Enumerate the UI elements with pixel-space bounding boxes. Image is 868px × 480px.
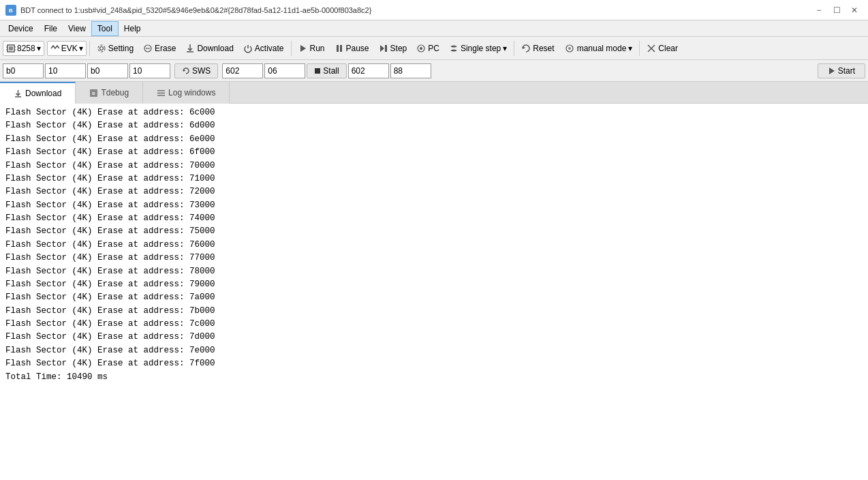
evk-chevron: ▾ <box>79 44 83 53</box>
download-icon <box>185 44 195 53</box>
download-button[interactable]: Download <box>181 39 237 58</box>
main-content: Flash Sector (4K) Erase at address: 6c00… <box>0 104 868 480</box>
run-label: Run <box>310 44 325 53</box>
step-button[interactable]: Step <box>375 39 412 58</box>
input-field-7[interactable] <box>348 63 389 78</box>
evk-dropdown[interactable]: EVK ▾ <box>47 41 87 56</box>
input-field-1[interactable] <box>3 63 44 78</box>
start-icon <box>828 67 836 75</box>
window-controls: − ☐ ✕ <box>811 3 863 17</box>
menu-view[interactable]: View <box>63 21 91 36</box>
pc-label: PC <box>428 44 439 53</box>
log-line: Flash Sector (4K) Erase at address: 6f00… <box>5 146 863 159</box>
single-step-button[interactable]: Single step ▾ <box>445 39 511 58</box>
menu-bar: Device File View Tool Help <box>0 20 868 37</box>
pc-icon <box>416 44 426 53</box>
start-button[interactable]: Start <box>818 63 865 78</box>
clear-button[interactable]: Clear <box>642 39 682 58</box>
erase-label: Erase <box>155 44 176 53</box>
log-line: Flash Sector (4K) Erase at address: 7a00… <box>5 291 863 304</box>
maximize-button[interactable]: ☐ <box>828 3 845 17</box>
clear-icon <box>647 44 656 53</box>
tab-download-label: Download <box>25 89 61 98</box>
menu-file[interactable]: File <box>39 21 63 36</box>
step-icon <box>379 44 388 53</box>
manual-mode-label: manual mode <box>577 44 627 53</box>
start-label: Start <box>838 66 855 76</box>
reset-icon <box>521 44 531 53</box>
stall-icon <box>314 68 321 74</box>
log-area[interactable]: Flash Sector (4K) Erase at address: 6c00… <box>0 104 868 480</box>
clear-label: Clear <box>658 44 678 53</box>
single-step-chevron: ▾ <box>503 44 507 53</box>
menu-help[interactable]: Help <box>119 21 146 36</box>
window-title: BDT connect to 1:usb#vid_248a&pid_5320#5… <box>20 6 371 14</box>
svg-marker-27 <box>183 69 186 72</box>
sep4 <box>639 41 640 56</box>
input-field-5[interactable] <box>222 63 263 78</box>
erase-button[interactable]: Erase <box>139 39 180 58</box>
sws-button[interactable]: SWS <box>174 63 218 78</box>
tab-tdebug[interactable]: B Tdebug <box>76 82 143 104</box>
log-line: Flash Sector (4K) Erase at address: 7200… <box>5 185 863 198</box>
log-line: Flash Sector (4K) Erase at address: 7800… <box>5 265 863 278</box>
log-line: Flash Sector (4K) Erase at address: 7300… <box>5 199 863 212</box>
input-field-3[interactable] <box>87 63 128 78</box>
setting-button[interactable]: Setting <box>93 39 138 58</box>
log-line: Flash Sector (4K) Erase at address: 6e00… <box>5 133 863 146</box>
close-button[interactable]: ✕ <box>846 3 863 17</box>
log-line: Flash Sector (4K) Erase at address: 7100… <box>5 172 863 185</box>
stall-label: Stall <box>323 66 339 76</box>
setting-icon <box>97 44 106 53</box>
run-icon <box>298 44 308 53</box>
pause-button[interactable]: Pause <box>330 39 373 58</box>
svg-marker-18 <box>380 45 384 52</box>
chip-chevron: ▾ <box>37 44 41 53</box>
activate-label: Activate <box>255 44 284 53</box>
log-line: Flash Sector (4K) Erase at address: 7000… <box>5 160 863 172</box>
download-label: Download <box>197 44 233 53</box>
svg-rect-17 <box>340 45 342 52</box>
tab-download[interactable]: Download <box>0 82 76 104</box>
sep2 <box>291 41 292 56</box>
chip-dropdown[interactable]: 8258 ▾ <box>3 41 44 56</box>
svg-marker-22 <box>523 46 525 49</box>
minimize-button[interactable]: − <box>811 3 827 17</box>
input-field-8[interactable] <box>390 63 431 78</box>
menu-device[interactable]: Device <box>3 21 39 36</box>
input-field-2[interactable] <box>45 63 86 78</box>
tab-logwindows-label: Log windows <box>168 88 215 97</box>
menu-tool[interactable]: Tool <box>91 21 119 36</box>
single-step-icon <box>449 44 459 53</box>
sep3 <box>514 41 514 56</box>
manual-mode-icon <box>564 44 575 53</box>
app-icon: B <box>5 5 16 16</box>
stall-button[interactable]: Stall <box>307 63 346 78</box>
single-step-label: Single step <box>461 44 501 53</box>
activate-button[interactable]: Activate <box>239 39 288 58</box>
log-line: Flash Sector (4K) Erase at address: 7700… <box>5 252 863 265</box>
tab-tdebug-label: Tdebug <box>101 88 129 97</box>
tab-logwindows[interactable]: Log windows <box>143 82 230 104</box>
log-line: Flash Sector (4K) Erase at address: 6c00… <box>5 106 863 119</box>
tab-bar: Download B Tdebug Log windows <box>0 82 868 104</box>
logwindows-tab-icon <box>157 89 166 97</box>
reset-button[interactable]: Reset <box>517 39 558 58</box>
run-button[interactable]: Run <box>294 39 329 58</box>
toolbar: 8258 ▾ EVK ▾ Setting Erase Download <box>0 37 868 60</box>
manual-mode-button[interactable]: manual mode ▾ <box>560 39 637 58</box>
input-field-4[interactable] <box>129 63 170 78</box>
pause-label: Pause <box>346 44 369 53</box>
pc-button[interactable]: PC <box>412 39 444 58</box>
sws-label: SWS <box>192 66 211 76</box>
svg-rect-28 <box>315 68 320 74</box>
activate-icon <box>243 44 253 53</box>
log-line: Flash Sector (4K) Erase at address: 7500… <box>5 225 863 238</box>
input-field-6[interactable] <box>264 63 305 78</box>
svg-rect-19 <box>385 45 387 52</box>
refresh-icon <box>182 67 190 75</box>
title-bar-left: B BDT connect to 1:usb#vid_248a&pid_5320… <box>5 5 371 16</box>
sep1 <box>89 41 90 56</box>
input-row: SWS Stall Start <box>0 60 868 82</box>
chip-icon <box>6 44 16 53</box>
